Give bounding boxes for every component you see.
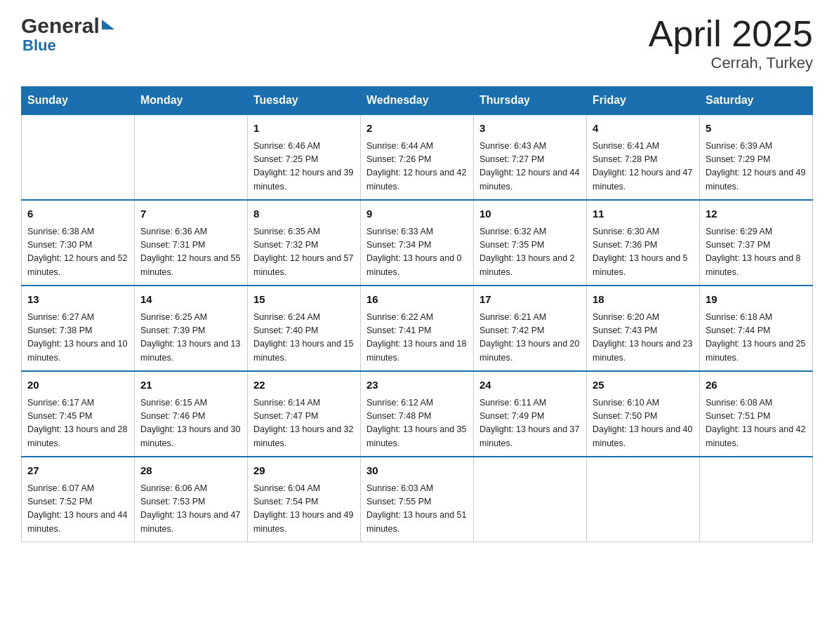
- calendar-cell: [22, 114, 135, 200]
- calendar-week-row: 27Sunrise: 6:07 AMSunset: 7:52 PMDayligh…: [22, 457, 813, 542]
- calendar-week-row: 20Sunrise: 6:17 AMSunset: 7:45 PMDayligh…: [22, 371, 813, 457]
- day-number: 24: [479, 377, 581, 394]
- day-number: 30: [366, 463, 468, 479]
- calendar-cell: 24Sunrise: 6:11 AMSunset: 7:49 PMDayligh…: [474, 371, 587, 457]
- calendar-table: SundayMondayTuesdayWednesdayThursdayFrid…: [21, 86, 813, 542]
- title-block: April 2025 Cerrah, Turkey: [649, 14, 813, 72]
- page-title: April 2025: [649, 14, 813, 54]
- calendar-cell: 5Sunrise: 6:39 AMSunset: 7:29 PMDaylight…: [700, 114, 813, 200]
- calendar-cell: [474, 457, 587, 542]
- calendar-cell: 9Sunrise: 6:33 AMSunset: 7:34 PMDaylight…: [361, 200, 474, 286]
- day-info: Sunrise: 6:33 AMSunset: 7:34 PMDaylight:…: [366, 225, 468, 280]
- day-number: 2: [366, 121, 468, 137]
- day-info: Sunrise: 6:08 AMSunset: 7:51 PMDaylight:…: [706, 396, 807, 451]
- day-info: Sunrise: 6:30 AMSunset: 7:36 PMDaylight:…: [593, 225, 694, 280]
- day-number: 10: [479, 206, 581, 222]
- calendar-cell: 11Sunrise: 6:30 AMSunset: 7:36 PMDayligh…: [587, 200, 700, 286]
- day-info: Sunrise: 6:36 AMSunset: 7:31 PMDaylight:…: [140, 225, 241, 280]
- calendar-cell: 17Sunrise: 6:21 AMSunset: 7:42 PMDayligh…: [474, 286, 587, 371]
- day-info: Sunrise: 6:32 AMSunset: 7:35 PMDaylight:…: [479, 225, 581, 280]
- calendar-cell: 21Sunrise: 6:15 AMSunset: 7:46 PMDayligh…: [135, 371, 248, 457]
- calendar-cell: [587, 457, 700, 542]
- calendar-cell: 13Sunrise: 6:27 AMSunset: 7:38 PMDayligh…: [22, 286, 135, 371]
- logo: General Blue: [21, 14, 114, 55]
- day-info: Sunrise: 6:11 AMSunset: 7:49 PMDaylight:…: [479, 396, 581, 451]
- calendar-cell: 30Sunrise: 6:03 AMSunset: 7:55 PMDayligh…: [361, 457, 474, 542]
- day-info: Sunrise: 6:41 AMSunset: 7:28 PMDaylight:…: [593, 140, 694, 194]
- day-number: 27: [27, 463, 128, 479]
- logo-blue-text: Blue: [21, 36, 56, 55]
- day-number: 16: [366, 292, 468, 308]
- day-info: Sunrise: 6:07 AMSunset: 7:52 PMDaylight:…: [27, 482, 128, 537]
- day-number: 29: [253, 463, 355, 479]
- calendar-cell: 3Sunrise: 6:43 AMSunset: 7:27 PMDaylight…: [474, 114, 587, 200]
- calendar-cell: 23Sunrise: 6:12 AMSunset: 7:48 PMDayligh…: [361, 371, 474, 457]
- page-subtitle: Cerrah, Turkey: [649, 54, 813, 72]
- calendar-cell: 10Sunrise: 6:32 AMSunset: 7:35 PMDayligh…: [474, 200, 587, 286]
- day-number: 3: [479, 121, 581, 137]
- calendar-cell: 29Sunrise: 6:04 AMSunset: 7:54 PMDayligh…: [248, 457, 361, 542]
- day-number: 25: [593, 377, 694, 394]
- day-of-week-header: Thursday: [474, 87, 587, 115]
- day-number: 7: [140, 206, 241, 222]
- day-info: Sunrise: 6:03 AMSunset: 7:55 PMDaylight:…: [366, 482, 468, 537]
- day-info: Sunrise: 6:04 AMSunset: 7:54 PMDaylight:…: [253, 482, 355, 537]
- day-number: 8: [253, 206, 355, 222]
- day-of-week-header: Sunday: [22, 87, 135, 115]
- day-number: 4: [593, 121, 694, 137]
- calendar-cell: 15Sunrise: 6:24 AMSunset: 7:40 PMDayligh…: [248, 286, 361, 371]
- day-of-week-header: Monday: [135, 87, 248, 115]
- calendar-cell: 16Sunrise: 6:22 AMSunset: 7:41 PMDayligh…: [361, 286, 474, 371]
- calendar-body: 1Sunrise: 6:46 AMSunset: 7:25 PMDaylight…: [22, 114, 813, 542]
- calendar-week-row: 6Sunrise: 6:38 AMSunset: 7:30 PMDaylight…: [22, 200, 813, 286]
- day-info: Sunrise: 6:27 AMSunset: 7:38 PMDaylight:…: [27, 311, 128, 365]
- day-info: Sunrise: 6:22 AMSunset: 7:41 PMDaylight:…: [366, 311, 468, 365]
- calendar-cell: 8Sunrise: 6:35 AMSunset: 7:32 PMDaylight…: [248, 200, 361, 286]
- day-info: Sunrise: 6:14 AMSunset: 7:47 PMDaylight:…: [253, 396, 355, 451]
- calendar-week-row: 1Sunrise: 6:46 AMSunset: 7:25 PMDaylight…: [22, 114, 813, 200]
- day-number: 5: [706, 121, 807, 137]
- day-number: 20: [27, 377, 128, 394]
- day-info: Sunrise: 6:20 AMSunset: 7:43 PMDaylight:…: [593, 311, 694, 365]
- day-number: 21: [140, 377, 241, 394]
- day-info: Sunrise: 6:12 AMSunset: 7:48 PMDaylight:…: [366, 396, 468, 451]
- day-info: Sunrise: 6:39 AMSunset: 7:29 PMDaylight:…: [706, 140, 807, 194]
- day-info: Sunrise: 6:21 AMSunset: 7:42 PMDaylight:…: [479, 311, 581, 365]
- calendar-cell: 4Sunrise: 6:41 AMSunset: 7:28 PMDaylight…: [587, 114, 700, 200]
- calendar-cell: 14Sunrise: 6:25 AMSunset: 7:39 PMDayligh…: [135, 286, 248, 371]
- calendar-cell: 2Sunrise: 6:44 AMSunset: 7:26 PMDaylight…: [361, 114, 474, 200]
- day-of-week-header: Friday: [587, 87, 700, 115]
- day-of-week-header: Tuesday: [248, 87, 361, 115]
- day-info: Sunrise: 6:44 AMSunset: 7:26 PMDaylight:…: [366, 140, 468, 194]
- day-info: Sunrise: 6:18 AMSunset: 7:44 PMDaylight:…: [706, 311, 807, 365]
- day-info: Sunrise: 6:06 AMSunset: 7:53 PMDaylight:…: [140, 482, 241, 537]
- day-number: 1: [253, 121, 355, 137]
- days-of-week-row: SundayMondayTuesdayWednesdayThursdayFrid…: [22, 87, 813, 115]
- calendar-cell: [700, 457, 813, 542]
- day-of-week-header: Saturday: [700, 87, 813, 115]
- day-number: 28: [140, 463, 241, 479]
- day-number: 22: [253, 377, 355, 394]
- calendar-cell: 18Sunrise: 6:20 AMSunset: 7:43 PMDayligh…: [587, 286, 700, 371]
- day-of-week-header: Wednesday: [361, 87, 474, 115]
- day-info: Sunrise: 6:29 AMSunset: 7:37 PMDaylight:…: [706, 225, 807, 280]
- calendar-cell: 6Sunrise: 6:38 AMSunset: 7:30 PMDaylight…: [22, 200, 135, 286]
- day-info: Sunrise: 6:43 AMSunset: 7:27 PMDaylight:…: [479, 140, 581, 194]
- calendar-cell: 7Sunrise: 6:36 AMSunset: 7:31 PMDaylight…: [135, 200, 248, 286]
- day-number: 12: [706, 206, 807, 222]
- day-number: 11: [593, 206, 694, 222]
- calendar-cell: 19Sunrise: 6:18 AMSunset: 7:44 PMDayligh…: [700, 286, 813, 371]
- logo-general-text: General: [21, 14, 100, 38]
- calendar-week-row: 13Sunrise: 6:27 AMSunset: 7:38 PMDayligh…: [22, 286, 813, 371]
- day-number: 17: [479, 292, 581, 308]
- calendar-cell: 22Sunrise: 6:14 AMSunset: 7:47 PMDayligh…: [248, 371, 361, 457]
- calendar-cell: 26Sunrise: 6:08 AMSunset: 7:51 PMDayligh…: [700, 371, 813, 457]
- calendar-cell: [135, 114, 248, 200]
- day-number: 9: [366, 206, 468, 222]
- calendar-cell: 20Sunrise: 6:17 AMSunset: 7:45 PMDayligh…: [22, 371, 135, 457]
- day-info: Sunrise: 6:17 AMSunset: 7:45 PMDaylight:…: [27, 396, 128, 451]
- calendar-cell: 28Sunrise: 6:06 AMSunset: 7:53 PMDayligh…: [135, 457, 248, 542]
- day-info: Sunrise: 6:24 AMSunset: 7:40 PMDaylight:…: [253, 311, 355, 365]
- day-number: 18: [593, 292, 694, 308]
- calendar-cell: 1Sunrise: 6:46 AMSunset: 7:25 PMDaylight…: [248, 114, 361, 200]
